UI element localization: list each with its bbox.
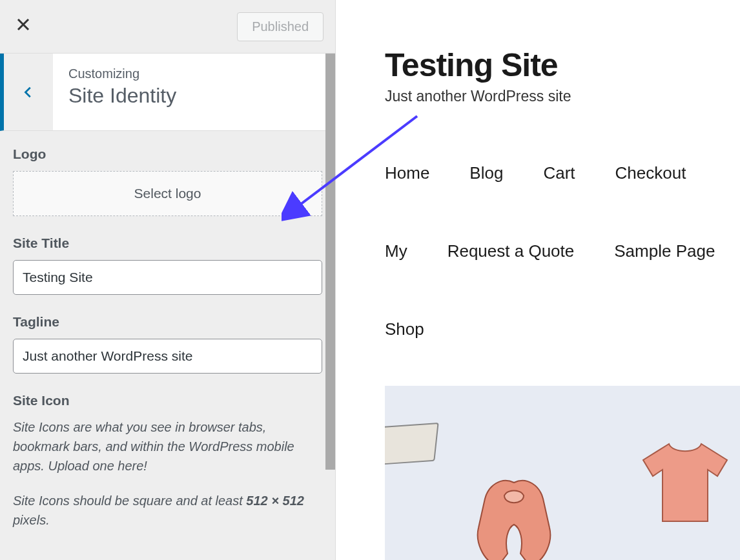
sketch-tshirt (637, 437, 734, 528)
site-icon-desc-2: Site Icons should be square and at least… (13, 491, 322, 530)
site-icon-desc-2b: 512 × 512 (246, 494, 304, 508)
nav-item-request-quote[interactable]: Request a Quote (447, 241, 575, 261)
site-preview: Testing Site Just another WordPress site… (336, 0, 740, 560)
section-header: Customizing Site Identity (0, 54, 335, 131)
section-breadcrumb: Customizing (68, 66, 320, 81)
customizer-panel: Published Customizing Site Identity Logo… (0, 0, 336, 560)
sketch-folded-cloth (385, 423, 439, 465)
hero-banner: We (385, 386, 740, 560)
panel-body: Logo Select logo Site Title Tagline Site… (0, 131, 335, 545)
section-title: Site Identity (68, 84, 320, 108)
nav-item-home[interactable]: Home (385, 163, 429, 183)
logo-label: Logo (13, 146, 322, 162)
nav-item-cart[interactable]: Cart (543, 163, 575, 183)
close-icon[interactable] (15, 17, 31, 37)
site-icon-desc-1: Site Icons are what you see in browser t… (13, 417, 322, 475)
tagline-input[interactable] (13, 339, 322, 374)
site-icon-desc-2a: Site Icons should be square and at least (13, 494, 246, 508)
section-titles: Customizing Site Identity (53, 54, 335, 130)
nav-item-blog[interactable]: Blog (469, 163, 503, 183)
site-title[interactable]: Testing Site (385, 46, 740, 84)
nav-item-myaccount[interactable]: My (385, 241, 407, 261)
site-header: Testing Site Just another WordPress site (336, 0, 740, 105)
site-icon-label: Site Icon (13, 393, 322, 408)
back-button[interactable] (4, 54, 53, 130)
site-title-input[interactable] (13, 260, 322, 295)
site-nav: Home Blog Cart Checkout My Request a Quo… (336, 105, 740, 339)
site-title-label: Site Title (13, 235, 322, 251)
customizer-topbar: Published (0, 0, 335, 54)
scrollbar-thumb[interactable] (325, 54, 335, 470)
site-icon-desc-2c: pixels. (13, 513, 50, 527)
publish-button[interactable]: Published (237, 12, 324, 41)
select-logo-button[interactable]: Select logo (13, 171, 322, 216)
nav-item-shop[interactable]: Shop (385, 319, 424, 339)
tagline-label: Tagline (13, 314, 322, 330)
sketch-hoodie (469, 476, 559, 560)
chevron-left-icon (21, 85, 36, 99)
nav-item-checkout[interactable]: Checkout (615, 163, 686, 183)
nav-item-sample-page[interactable]: Sample Page (614, 241, 715, 261)
site-tagline: Just another WordPress site (385, 88, 740, 105)
